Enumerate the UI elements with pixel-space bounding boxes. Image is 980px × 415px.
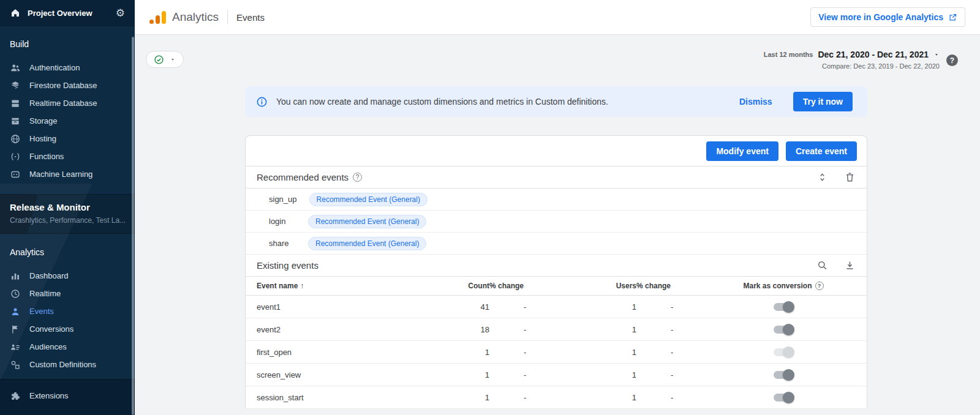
sidebar-item-label: Functions: [29, 152, 64, 161]
dashboard-icon: [10, 271, 21, 282]
project-overview-item[interactable]: Project Overview ⚙: [0, 0, 135, 26]
event-users-change: -: [636, 370, 710, 379]
recommended-event-chip[interactable]: Recommended Event (General): [309, 193, 428, 206]
table-row[interactable]: event1 41 - 1 -: [246, 296, 867, 318]
trash-icon[interactable]: [844, 171, 856, 183]
chevron-down-icon: [933, 51, 940, 58]
sidebar-footer: Extensions: [0, 379, 135, 415]
table-row[interactable]: event2 18 - 1 -: [246, 318, 867, 341]
sort-ascending-icon[interactable]: ↑: [300, 282, 304, 290]
project-settings-gear-icon[interactable]: ⚙: [116, 8, 125, 18]
event-users-change: -: [636, 302, 710, 312]
event-users-change: -: [636, 393, 710, 402]
try-it-now-button[interactable]: Try it now: [793, 92, 853, 111]
sidebar-item-hosting[interactable]: Hosting: [0, 130, 135, 148]
events-icon: [10, 306, 21, 317]
recommended-event-name: share: [269, 239, 296, 248]
sidebar-item-label: Realtime Database: [29, 99, 97, 108]
mark-as-conversion-toggle[interactable]: [774, 326, 793, 334]
view-more-label: View more in Google Analytics: [818, 12, 943, 22]
mark-as-conversion-toggle[interactable]: [774, 348, 793, 356]
sidebar-item-extensions[interactable]: Extensions: [0, 387, 135, 405]
event-name: first_open: [257, 348, 440, 357]
unfold-sort-icon[interactable]: [816, 171, 828, 183]
recommended-events-help-icon[interactable]: ?: [353, 173, 362, 182]
recommended-event-chip[interactable]: Recommended Event (General): [308, 215, 426, 228]
create-event-button[interactable]: Create event: [786, 141, 857, 161]
event-users: 1: [563, 348, 636, 357]
check-circle-icon: [154, 54, 164, 65]
event-name: session_start: [257, 393, 440, 402]
recommended-event-row[interactable]: login Recommended Event (General): [246, 211, 867, 233]
sidebar-item-conversions[interactable]: Conversions: [0, 320, 135, 338]
sidebar-item-realtime-database[interactable]: Realtime Database: [0, 94, 135, 112]
modify-event-button[interactable]: Modify event: [706, 141, 778, 161]
event-users: 1: [563, 302, 636, 312]
column-event-name[interactable]: Event name: [257, 282, 298, 290]
info-banner: You can now create and manage custom dim…: [245, 86, 867, 117]
sidebar-item-events[interactable]: Events: [0, 302, 135, 320]
recommended-event-row[interactable]: sign_up Recommended Event (General): [246, 189, 867, 211]
download-icon[interactable]: [844, 260, 856, 271]
sidebar-item-firestore-database[interactable]: Firestore Database: [0, 77, 135, 94]
event-count: 1: [440, 370, 489, 379]
sidebar-item-label: Custom Definitions: [29, 360, 96, 369]
help-icon[interactable]: ?: [946, 54, 958, 66]
topbar: Analytics Events View more in Google Ana…: [135, 0, 980, 35]
sidebar-item-machine-learning[interactable]: Machine Learning: [0, 165, 135, 183]
dismiss-button[interactable]: Dismiss: [733, 92, 778, 111]
realtime-icon: [10, 288, 21, 299]
mark-as-conversion-toggle[interactable]: [774, 371, 793, 379]
chevron-down-icon: [170, 56, 176, 62]
event-count: 1: [440, 348, 489, 357]
sidebar-item-custom-definitions[interactable]: Custom Definitions: [0, 356, 135, 373]
users-icon: [10, 62, 21, 73]
sidebar-item-label: Realtime: [29, 289, 61, 298]
sidebar-item-functions[interactable]: Functions: [0, 148, 135, 165]
table-row[interactable]: screen_view 1 - 1 -: [246, 364, 867, 386]
analytics-section-label: Analytics: [0, 234, 135, 267]
all-users-filter-chip[interactable]: [146, 51, 184, 68]
mark-as-conversion-toggle[interactable]: [774, 303, 793, 311]
sidebar-item-dashboard[interactable]: Dashboard: [0, 267, 135, 285]
event-users: 1: [563, 393, 636, 402]
recommended-event-chip[interactable]: Recommended Event (General): [308, 237, 426, 250]
firestore-icon: [10, 80, 21, 91]
event-change: -: [489, 302, 563, 312]
conversions-icon: [10, 324, 21, 335]
events-card: Modify event Create event Recommended ev…: [245, 135, 867, 409]
table-row[interactable]: first_open 1 - 1 -: [246, 341, 867, 364]
existing-events-header: Existing events: [246, 255, 867, 277]
machine-learning-icon: [10, 169, 21, 180]
mark-as-conversion-help-icon[interactable]: ?: [815, 282, 824, 290]
hosting-icon: [10, 133, 21, 144]
table-row[interactable]: session_start 1 - 1 -: [246, 386, 867, 409]
event-count: 18: [440, 325, 489, 334]
search-icon[interactable]: [816, 260, 828, 271]
sidebar-item-realtime[interactable]: Realtime: [0, 285, 135, 302]
recommended-event-row[interactable]: share Recommended Event (General): [246, 233, 867, 255]
sidebar-scrollbar[interactable]: [132, 37, 134, 415]
mark-as-conversion-toggle[interactable]: [774, 394, 793, 402]
firebase-analytics-app: Project Overview ⚙ Build Authentication …: [0, 0, 980, 415]
date-range-picker[interactable]: Last 12 months Dec 21, 2020 - Dec 21, 20…: [764, 50, 940, 59]
date-compare-label: Compare: Dec 23, 2019 - Dec 22, 2020: [764, 62, 940, 70]
recommended-events-header: Recommended events ?: [246, 166, 867, 189]
sidebar-item-storage[interactable]: Storage: [0, 112, 135, 130]
column-change[interactable]: % change: [489, 282, 563, 290]
release-monitor-section[interactable]: Release & Monitor Crashlytics, Performan…: [0, 194, 135, 234]
sidebar-item-label: Dashboard: [29, 271, 69, 280]
column-users[interactable]: Users: [563, 282, 636, 290]
content-area: Last 12 months Dec 21, 2020 - Dec 21, 20…: [135, 35, 980, 415]
sidebar-item-audiences[interactable]: Audiences: [0, 338, 135, 356]
view-more-in-google-analytics-button[interactable]: View more in Google Analytics: [810, 7, 965, 27]
external-link-icon: [948, 13, 957, 22]
sidebar-item-label: Conversions: [29, 324, 74, 334]
app-name: Analytics: [172, 10, 219, 24]
sidebar-item-label: Hosting: [29, 134, 56, 143]
sidebar-item-authentication[interactable]: Authentication: [0, 59, 135, 77]
column-users-change[interactable]: % change: [636, 282, 710, 290]
date-range-block: Last 12 months Dec 21, 2020 - Dec 21, 20…: [764, 50, 940, 70]
event-count: 1: [440, 393, 489, 402]
column-count[interactable]: Count: [440, 282, 489, 290]
